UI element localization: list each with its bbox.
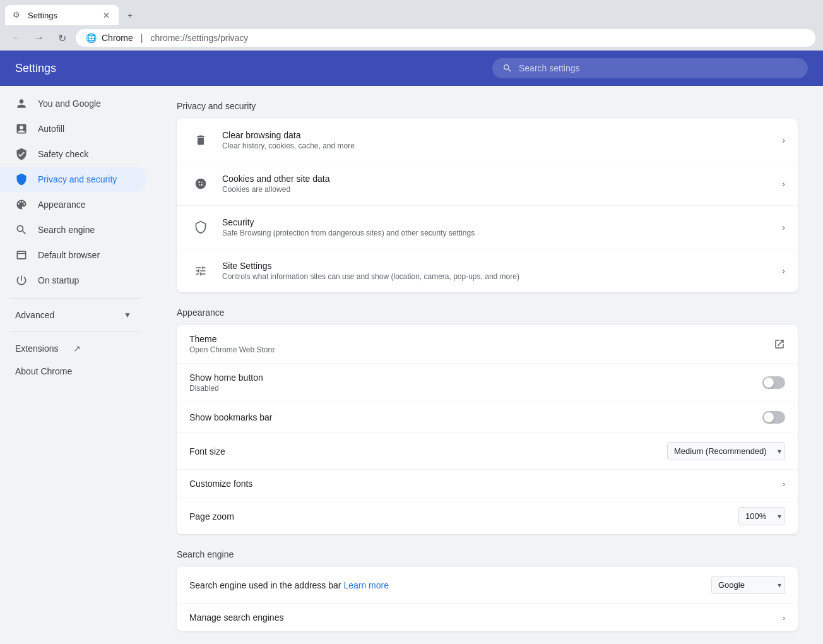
svg-point-1 bbox=[198, 181, 200, 183]
sidebar-item-search-engine[interactable]: Search engine bbox=[0, 217, 146, 242]
sidebar-item-privacy-security[interactable]: Privacy and security bbox=[0, 167, 146, 192]
trash-icon bbox=[189, 129, 212, 152]
clear-browsing-arrow: › bbox=[782, 135, 785, 145]
sidebar-label-on-startup: On startup bbox=[38, 275, 79, 285]
new-tab-button[interactable]: + bbox=[121, 6, 139, 24]
bookmarks-bar-label: Show bookmarks bar bbox=[189, 412, 273, 422]
tab-close-button[interactable]: ✕ bbox=[101, 10, 111, 20]
cookie-icon bbox=[189, 172, 212, 195]
address-bar-row: ← → ↻ 🌐 Chrome | chrome://settings/priva… bbox=[0, 25, 823, 51]
learn-more-link[interactable]: Learn more bbox=[343, 580, 389, 590]
privacy-card: Clear browsing data Clear history, cooki… bbox=[177, 119, 798, 292]
appearance-section-title: Appearance bbox=[177, 307, 798, 318]
font-size-row: Font size Medium (Recommended) Small Lar… bbox=[177, 433, 798, 470]
forward-button[interactable]: → bbox=[30, 29, 48, 47]
sidebar-item-on-startup[interactable]: On startup bbox=[0, 268, 146, 293]
svg-point-3 bbox=[199, 184, 201, 186]
startup-icon bbox=[15, 274, 28, 287]
sidebar-label-safety-check: Safety check bbox=[38, 149, 88, 159]
content-area: Privacy and security Clear browsing data… bbox=[151, 86, 823, 644]
bookmarks-bar-toggle[interactable] bbox=[762, 411, 785, 424]
site-settings-arrow: › bbox=[782, 266, 785, 276]
sidebar-label-about-chrome: About Chrome bbox=[15, 366, 72, 376]
sidebar-label-extensions: Extensions bbox=[15, 343, 58, 354]
cookies-arrow: › bbox=[782, 179, 785, 189]
home-button-toggle[interactable] bbox=[762, 376, 785, 389]
safety-check-icon bbox=[15, 148, 28, 160]
font-size-dropdown[interactable]: Medium (Recommended) Small Large Very La… bbox=[667, 442, 785, 460]
app: Settings You and Google bbox=[0, 51, 823, 644]
settings-page-title: Settings bbox=[15, 62, 492, 75]
security-row[interactable]: Security Safe Browsing (protection from … bbox=[177, 206, 798, 249]
sidebar-item-appearance[interactable]: Appearance bbox=[0, 192, 146, 217]
cookies-text: Cookies and other site data Cookies are … bbox=[222, 174, 782, 194]
search-input[interactable] bbox=[519, 63, 798, 73]
refresh-button[interactable]: ↻ bbox=[53, 29, 71, 47]
search-engine-dropdown[interactable]: Google Bing DuckDuckGo Yahoo bbox=[711, 576, 785, 594]
font-size-dropdown-wrapper: Medium (Recommended) Small Large Very La… bbox=[667, 442, 785, 460]
search-engine-section-title: Search engine bbox=[177, 549, 798, 559]
security-subtitle: Safe Browsing (protection from dangerous… bbox=[222, 229, 782, 237]
search-box[interactable] bbox=[492, 58, 808, 78]
page-zoom-dropdown-wrapper: 100% 75% 90% 110% 125% 150% ▾ bbox=[738, 507, 785, 525]
sidebar-item-you-and-google[interactable]: You and Google bbox=[0, 91, 146, 116]
home-button-toggle-knob bbox=[764, 378, 774, 388]
search-engine-card: Search engine used in the address bar Le… bbox=[177, 567, 798, 631]
address-divider: | bbox=[141, 33, 143, 43]
svg-point-4 bbox=[201, 184, 203, 186]
sidebar-item-default-browser[interactable]: Default browser bbox=[0, 242, 146, 268]
customize-fonts-row[interactable]: Customize fonts › bbox=[177, 470, 798, 498]
clear-browsing-subtitle: Clear history, cookies, cache, and more bbox=[222, 141, 782, 150]
cookies-title: Cookies and other site data bbox=[222, 174, 782, 184]
tab-bar: ⚙ Settings ✕ + bbox=[0, 0, 823, 25]
home-button-sublabel: Disabled bbox=[189, 384, 263, 393]
site-settings-subtitle: Controls what information sites can use … bbox=[222, 272, 782, 281]
bookmarks-bar-row[interactable]: Show bookmarks bar bbox=[177, 402, 798, 433]
home-button-label: Show home button bbox=[189, 373, 263, 383]
manage-search-engines-arrow: › bbox=[783, 613, 785, 623]
back-button[interactable]: ← bbox=[8, 29, 25, 47]
clear-browsing-row[interactable]: Clear browsing data Clear history, cooki… bbox=[177, 119, 798, 162]
sidebar-label-you-and-google: You and Google bbox=[38, 98, 101, 109]
customize-fonts-label: Customize fonts bbox=[189, 479, 783, 489]
sidebar-item-advanced[interactable]: Advanced ▼ bbox=[0, 304, 146, 326]
site-settings-row[interactable]: Site Settings Controls what information … bbox=[177, 249, 798, 292]
person-icon bbox=[15, 97, 28, 110]
sidebar-item-extensions[interactable]: Extensions ↗ bbox=[0, 337, 151, 360]
sidebar-label-search-engine: Search engine bbox=[38, 225, 95, 235]
bookmarks-bar-text: Show bookmarks bar bbox=[189, 412, 273, 422]
svg-point-0 bbox=[196, 179, 206, 189]
sidebar-item-safety-check[interactable]: Safety check bbox=[0, 141, 146, 167]
sidebar-divider bbox=[10, 298, 141, 299]
browser-chrome: ⚙ Settings ✕ + ← → ↻ 🌐 Chrome | chrome:/… bbox=[0, 0, 823, 51]
sidebar-item-about-chrome[interactable]: About Chrome bbox=[0, 360, 151, 383]
font-size-label: Font size bbox=[189, 446, 667, 456]
sidebar-item-autofill[interactable]: Autofill bbox=[0, 116, 146, 141]
sidebar: You and Google Autofill Safety check bbox=[0, 86, 151, 644]
settings-tab[interactable]: ⚙ Settings ✕ bbox=[5, 5, 119, 25]
security-icon bbox=[189, 216, 212, 239]
site-settings-title: Site Settings bbox=[222, 261, 782, 271]
autofill-icon bbox=[15, 122, 28, 135]
search-engine-dropdown-wrapper: Google Bing DuckDuckGo Yahoo ▾ bbox=[711, 576, 785, 594]
tab-title: Settings bbox=[28, 11, 96, 20]
appearance-icon bbox=[15, 198, 28, 211]
theme-external-link-icon bbox=[774, 338, 785, 350]
clear-browsing-title: Clear browsing data bbox=[222, 130, 782, 140]
search-engine-address-row: Search engine used in the address bar Le… bbox=[177, 567, 798, 604]
security-text: Security Safe Browsing (protection from … bbox=[222, 217, 782, 237]
manage-search-engines-row[interactable]: Manage search engines › bbox=[177, 604, 798, 631]
home-button-row[interactable]: Show home button Disabled bbox=[177, 364, 798, 402]
settings-header: Settings bbox=[0, 51, 823, 86]
cookies-row[interactable]: Cookies and other site data Cookies are … bbox=[177, 162, 798, 206]
security-arrow: › bbox=[782, 222, 785, 232]
address-bar[interactable]: 🌐 Chrome | chrome://settings/privacy bbox=[76, 29, 815, 47]
customize-fonts-arrow: › bbox=[783, 479, 785, 489]
sidebar-label-advanced: Advanced bbox=[15, 310, 54, 320]
theme-sublabel: Open Chrome Web Store bbox=[189, 345, 275, 354]
theme-text: Theme Open Chrome Web Store bbox=[189, 334, 275, 354]
address-scheme-icon: 🌐 bbox=[86, 33, 97, 43]
page-zoom-dropdown[interactable]: 100% 75% 90% 110% 125% 150% bbox=[738, 507, 785, 525]
clear-browsing-text: Clear browsing data Clear history, cooki… bbox=[222, 130, 782, 150]
theme-row[interactable]: Theme Open Chrome Web Store bbox=[177, 325, 798, 364]
